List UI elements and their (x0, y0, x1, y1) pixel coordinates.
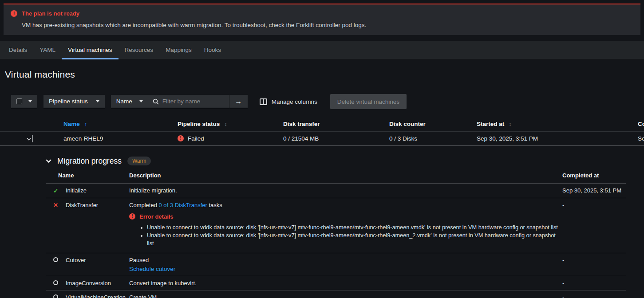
step-completed-at: - (562, 276, 626, 290)
search-icon (153, 98, 159, 105)
name-search-box (148, 95, 229, 108)
caret-down-icon (96, 100, 99, 102)
row-expand-toggle[interactable] (26, 134, 32, 143)
bulk-select-toggle[interactable] (11, 95, 37, 108)
tab-mappings[interactable]: Mappings (159, 41, 198, 59)
row-checkbox[interactable] (32, 135, 33, 142)
description-text: Paused (129, 257, 562, 263)
step-name: VirtualMachineCreation (66, 290, 129, 298)
name-filter-group: Name → (111, 95, 248, 108)
exclamation-circle-icon: ! (129, 213, 135, 220)
step-description: Initialize migration. (129, 183, 562, 198)
migration-steps-table: Name Description Completed at ✓ Initiali… (46, 170, 626, 298)
tab-yaml[interactable]: YAML (33, 41, 62, 59)
bulk-select-checkbox[interactable] (16, 98, 22, 104)
expand-column-header (0, 117, 32, 131)
column-header-pipeline-status[interactable]: Pipeline status↕ (178, 117, 283, 131)
exclamation-circle-icon: ! (11, 10, 17, 17)
step-name: ImageConversion (66, 276, 129, 290)
migration-progress-title: Migration progress (57, 157, 122, 166)
step-row-cutover: Cutover Paused Schedule cutover - (46, 253, 626, 276)
step-completed-at: - (562, 198, 626, 253)
step-column-header-completed-at: Completed at (562, 170, 626, 184)
started-at-header-label: Started at (477, 121, 504, 127)
error-item: Unable to connect to vddk data source: d… (147, 231, 562, 247)
step-column-header-description: Description (129, 170, 562, 184)
sort-icon: ↕ (224, 121, 227, 127)
alert-title: The plan is not ready (22, 10, 79, 17)
vm-table: Name↑ Pipeline status↕ Disk transfer Dis… (0, 117, 644, 146)
vm-name-cell: ameen-RHEL9 (63, 131, 178, 145)
virtual-machines-section: Virtual machines Pipeline status Name → (0, 69, 644, 298)
caret-down-icon (139, 100, 143, 102)
pipeline-status-filter-dropdown[interactable]: Pipeline status (43, 95, 105, 108)
vm-row-ameen-rhel9: ameen-RHEL9 ! Failed 0 / 21504 MB 0 / 3 … (0, 131, 644, 145)
step-completed-at: - (562, 253, 626, 276)
success-check-icon: ✓ (53, 187, 59, 194)
step-description: Create VM. (129, 290, 562, 298)
checkbox-column-header (32, 117, 63, 131)
disk-counter-cell: 0 / 3 Disks (389, 131, 477, 145)
started-at-cell: Sep 30, 2025, 3:51 PM (477, 131, 638, 145)
apply-filter-button[interactable]: → (229, 95, 248, 108)
step-row-disktransfer: ✕ DiskTransfer Completed 0 of 3 DiskTran… (46, 198, 626, 253)
column-header-disk-transfer: Disk transfer (283, 117, 389, 131)
filter-attribute-label: Name (116, 98, 132, 105)
completed-at-cell: Sep 30, 2025, 3:51 PM (638, 131, 644, 145)
vm-table-wrapper: Name↑ Pipeline status↕ Disk transfer Dis… (0, 117, 644, 146)
migration-progress-toggle[interactable]: Migration progress Warm (46, 157, 644, 166)
column-header-started-at[interactable]: Started at↕ (477, 117, 638, 131)
step-description: Completed 0 of 3 DiskTransfer tasks ! Er… (129, 198, 562, 253)
filter-by-name-input[interactable] (162, 98, 225, 105)
plan-tabs: Details YAML Virtual machines Resources … (0, 41, 644, 59)
step-completed-at: - (562, 290, 626, 298)
failed-status-icon: ! (178, 135, 184, 141)
tab-virtual-machines[interactable]: Virtual machines (62, 41, 119, 59)
tab-details[interactable]: Details (3, 41, 33, 59)
pending-circle-icon (53, 257, 58, 262)
pipeline-status-value: Failed (188, 135, 204, 142)
disktransfer-tasks-link[interactable]: 0 of 3 DiskTransfer (159, 202, 207, 208)
description-text: Completed (129, 202, 158, 208)
step-description: Paused Schedule cutover (129, 253, 562, 276)
filter-attribute-dropdown[interactable]: Name (111, 95, 148, 108)
caret-down-icon (28, 100, 32, 102)
tab-hooks[interactable]: Hooks (198, 41, 227, 59)
alert-description: VM has pre-existing snapshots which are … (22, 22, 633, 28)
step-row-imageconversion: ImageConversion Convert image to kubevir… (46, 276, 626, 290)
step-name: DiskTransfer (66, 198, 129, 253)
manage-columns-button[interactable]: Manage columns (260, 98, 317, 105)
error-details-list: Unable to connect to vddk data source: d… (129, 224, 562, 247)
name-header-label: Name (63, 121, 80, 127)
pending-circle-icon (53, 294, 58, 298)
pipeline-status-filter-label: Pipeline status (49, 98, 88, 105)
chevron-down-icon (46, 159, 51, 163)
pending-circle-icon (53, 280, 58, 285)
sort-icon: ↕ (509, 121, 511, 127)
manage-columns-label: Manage columns (272, 98, 317, 105)
schedule-cutover-link[interactable]: Schedule cutover (129, 266, 175, 272)
pipeline-status-cell: ! Failed (178, 131, 283, 145)
vm-toolbar: Pipeline status Name → Manage colum (11, 94, 644, 109)
step-column-header-name: Name (46, 170, 129, 184)
disk-transfer-cell: 0 / 21504 MB (283, 131, 389, 145)
step-name: Initialize (66, 183, 129, 198)
pipeline-status-header-label: Pipeline status (178, 121, 220, 127)
column-header-name[interactable]: Name↑ (63, 117, 178, 131)
step-completed-at: Sep 30, 2025, 3:51 PM (562, 183, 626, 198)
column-header-completed-at: Completed at (638, 117, 644, 131)
description-text: tasks (207, 202, 222, 208)
warm-badge: Warm (127, 157, 151, 165)
column-header-disk-counter: Disk counter (389, 117, 477, 131)
failed-cross-icon: ✕ (53, 202, 58, 208)
delete-virtual-machines-button[interactable]: Delete virtual machines (330, 94, 407, 109)
page-title: Virtual machines (5, 69, 644, 80)
columns-icon (260, 98, 267, 105)
plan-not-ready-alert: ! The plan is not ready VM has pre-exist… (4, 4, 640, 35)
step-row-initialize: ✓ Initialize Initialize migration. Sep 3… (46, 183, 626, 198)
sort-ascending-icon: ↑ (84, 121, 87, 127)
step-name: Cutover (66, 253, 129, 276)
chevron-down-icon (27, 137, 31, 141)
tab-resources[interactable]: Resources (119, 41, 160, 59)
step-row-virtualmachinecreation: VirtualMachineCreation Create VM. - (46, 290, 626, 298)
